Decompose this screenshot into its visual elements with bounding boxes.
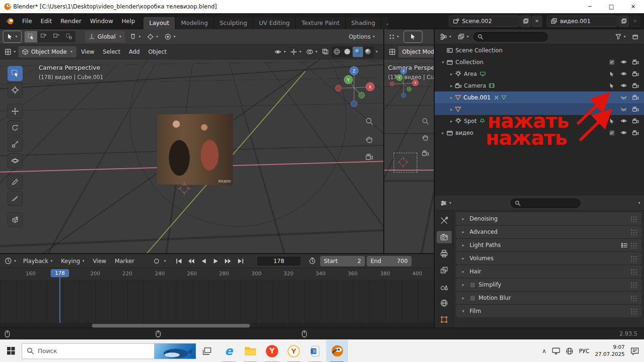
shading-wireframe-button[interactable] [332,47,342,57]
properties-search-input[interactable] [511,198,580,208]
disable-render-camera-toggle[interactable] [629,118,641,124]
disclosure-triangle-icon[interactable]: ▸ [448,107,455,112]
editor-type-button-2[interactable] [387,46,397,58]
shading-material-button[interactable] [353,47,363,57]
panel-grip-icon[interactable] [630,255,638,262]
rotate-tool-button[interactable] [8,120,23,135]
tray-expand-chevron[interactable]: ∧ [542,347,547,354]
disable-render-camera-toggle[interactable] [629,83,641,89]
tab-output-properties[interactable] [437,247,452,260]
notification-center-icon[interactable] [630,347,639,355]
taskbar-app-blender[interactable] [326,340,348,362]
auto-keying-toggle[interactable] [151,256,162,266]
timeline-body[interactable]: 160200 220240 260280 300320 340360 38040… [0,268,434,329]
workspace-tab-texture-paint[interactable]: Texture Paint [295,17,345,29]
start-button[interactable] [0,340,22,362]
panel-grip-icon[interactable] [630,308,638,314]
select-mode-invert-button[interactable] [63,31,75,42]
camera-view-icon[interactable] [363,151,375,163]
snap-toggle-button[interactable]: ▾ [128,31,142,42]
play-reverse-button[interactable] [198,256,209,266]
taskbar-app-yandex[interactable]: Y [261,340,283,362]
start-frame-field[interactable]: Start 2 [320,256,365,266]
viewport-menu-select[interactable]: Select [99,44,124,59]
shading-rendered-button[interactable] [363,47,373,57]
tab-scene-properties[interactable] [437,280,452,293]
panel-grip-icon[interactable] [630,269,638,275]
disclosure-triangle-icon[interactable]: ▸ [460,230,467,234]
menu-window[interactable]: Window [86,13,117,29]
zoom-icon[interactable] [419,115,431,127]
disable-render-camera-toggle[interactable] [629,95,641,100]
minimize-button[interactable]: ─ [579,0,601,13]
active-tool-button[interactable]: ▾ [3,31,22,43]
hide-eye-toggle[interactable] [618,71,629,76]
gizmos-dropdown[interactable]: ▾ [289,46,303,58]
panel-grip-icon[interactable] [630,216,638,222]
outliner-editor-type-button[interactable]: ▾ [438,31,453,42]
tab-tool-properties[interactable] [437,214,452,227]
panel-grip-icon[interactable] [630,295,638,301]
panel-denoising[interactable]: ▸ Denoising [456,213,642,225]
workspace-tab-animation[interactable]: Animation [381,17,388,29]
pan-hand-icon[interactable] [419,131,431,143]
disclosure-triangle-icon[interactable]: ▸ [460,216,467,221]
new-scene-button[interactable] [520,16,531,27]
viewport-canvas-2[interactable]: Camera Perspective (178) видео | Cube.00… [384,59,434,253]
end-frame-field[interactable]: End 700 [367,256,412,266]
timeline-menu-view[interactable]: View [90,258,109,264]
jump-to-start-button[interactable] [173,256,185,266]
jump-next-keyframe-button[interactable] [223,256,234,266]
timeline-scrollbar-thumb[interactable] [92,324,250,328]
editor-type-button[interactable]: ▾ [3,46,17,58]
shading-solid-button[interactable] [342,47,353,57]
maximize-button[interactable]: □ [601,0,622,13]
panel-grip-icon[interactable] [630,229,638,235]
view-layer-field[interactable]: видео.001 [547,16,618,27]
viewport-menu-view[interactable]: View [77,44,98,59]
outliner-search-input[interactable] [473,32,548,41]
scale-tool-button[interactable] [8,137,23,152]
active-tool-button-2[interactable] [404,31,422,43]
motion-blur-checkbox[interactable] [470,295,476,301]
disclosure-triangle-icon[interactable]: ▾ [460,309,467,313]
outliner-display-mode-button[interactable]: ▾ [456,31,471,42]
scene-field[interactable]: Scene.002 [449,16,520,27]
cursor-tool-button[interactable] [8,82,23,98]
panel-grip-icon[interactable] [630,242,638,248]
mode-dropdown[interactable]: Object Mode ▾ [18,46,76,58]
measure-tool-button[interactable] [8,191,23,206]
panel-film[interactable]: ▾ Film [456,305,642,317]
panel-motion-blur[interactable]: ▸ Motion Blur [456,292,642,304]
disclosure-triangle-icon[interactable]: ▸ [448,83,455,88]
outliner-row-area[interactable]: ▸ Area [435,68,644,80]
jump-to-end-button[interactable] [235,256,246,266]
tab-object-properties[interactable] [437,313,452,326]
disable-render-camera-toggle[interactable] [629,71,641,77]
panel-simplify[interactable]: ▸ Simplify [456,279,642,291]
select-mode-new-button[interactable] [25,31,37,42]
panel-grip-icon[interactable] [630,282,638,288]
new-view-layer-button[interactable] [619,16,629,27]
language-indicator[interactable]: РУС [579,348,589,354]
selectable-toggle[interactable] [606,71,618,77]
taskbar-app-edge[interactable]: e [218,340,239,362]
video-image-plane[interactable]: видео [157,114,233,186]
camera-view-icon[interactable] [419,147,431,159]
timeline-menu-keying[interactable]: Keying▾ [58,258,88,264]
tab-view-layer-properties[interactable] [437,264,452,276]
timeline-editor-type-button[interactable]: ▾ [3,255,18,267]
menu-file[interactable]: File [18,13,36,29]
current-frame-field[interactable]: 178 [256,256,301,266]
menu-render[interactable]: Render [56,13,86,29]
overlays-dropdown[interactable]: ▾ [304,46,319,58]
taskbar-app-document[interactable] [305,340,326,362]
timeline-menu-marker[interactable]: Marker [111,258,137,264]
disclosure-triangle-icon[interactable]: ▸ [448,72,455,76]
search-highlight-image[interactable] [154,344,196,359]
tray-pc-icon[interactable] [552,347,560,354]
close-button[interactable]: ✕ [622,0,644,13]
taskbar-app-explorer[interactable] [239,340,261,362]
options-dropdown[interactable]: Options ▾ [347,31,377,42]
timeline-menu-playback[interactable]: Playback▾ [20,258,56,264]
